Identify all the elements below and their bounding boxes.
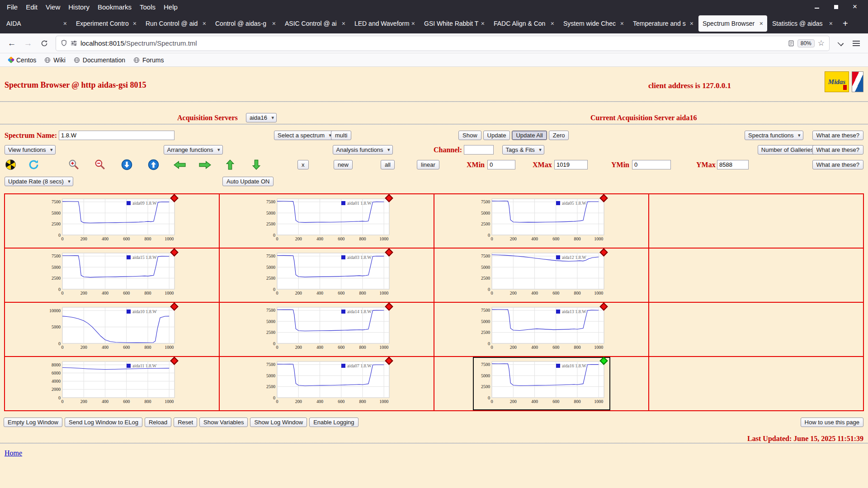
tab-statistics-aidas[interactable]: Statistics @ aidas× xyxy=(768,15,837,32)
tab-close-icon[interactable]: × xyxy=(411,20,415,27)
footer-button-reload[interactable]: Reload xyxy=(145,418,171,427)
show-button[interactable]: Show xyxy=(458,131,481,140)
scroll-up-icon[interactable] xyxy=(148,159,159,170)
update-rate-dropdown[interactable]: Update Rate (8 secs) xyxy=(5,177,73,186)
zoom-level-badge[interactable]: 80% xyxy=(797,39,815,47)
spectrum-chart-aida12[interactable]: 020040060080010000250050007500aida12 1.8… xyxy=(474,249,609,301)
spectrum-chart-aida01[interactable]: 020040060080010000250050007500aida01 1.8… xyxy=(259,195,395,247)
forward-button[interactable]: → xyxy=(21,36,35,51)
what-are-these-button-1[interactable]: What are these? xyxy=(812,131,863,140)
channel-input[interactable] xyxy=(464,145,494,155)
acquisition-server-dropdown[interactable]: aida16 xyxy=(246,113,277,122)
refresh-icon[interactable] xyxy=(28,159,39,170)
tab-asic-control-ai[interactable]: ASIC Control @ ai× xyxy=(281,15,349,32)
spectrum-chart-aida07[interactable]: 020040060080010000250050007500aida07 1.8… xyxy=(259,358,395,409)
menubar-item-bookmarks[interactable]: Bookmarks xyxy=(94,2,136,12)
tab-close-icon[interactable]: × xyxy=(481,20,485,27)
tags-fits-dropdown[interactable]: Tags & Fits xyxy=(502,145,544,155)
what-are-these-button-3[interactable]: What are these? xyxy=(812,160,863,169)
zoom-in-icon[interactable] xyxy=(68,159,80,171)
update-button[interactable]: Update xyxy=(483,131,510,140)
update-all-button[interactable]: Update All xyxy=(512,131,547,140)
tab-system-wide-chec[interactable]: System wide Chec× xyxy=(559,15,628,32)
menubar-item-view[interactable]: View xyxy=(42,2,64,12)
footer-button-show-log-window[interactable]: Show Log Window xyxy=(250,418,307,427)
spectrum-chart-aida03[interactable]: 020040060080010000250050007500aida03 1.8… xyxy=(259,249,395,301)
arrow-up-icon[interactable] xyxy=(226,160,234,170)
window-minimize-button[interactable] xyxy=(814,4,820,10)
footer-button-enable-logging[interactable]: Enable Logging xyxy=(309,418,358,427)
zero-button[interactable]: Zero xyxy=(549,131,569,140)
tab-close-icon[interactable]: × xyxy=(760,20,763,27)
arrow-left-icon[interactable] xyxy=(174,161,186,169)
tab-aida[interactable]: AIDA× xyxy=(2,15,71,32)
url-bar[interactable]: localhost:8015/Spectrum/Spectrum.tml 80%… xyxy=(56,36,829,51)
bookmark-forums[interactable]: Forums xyxy=(129,56,168,65)
app-menu-icon[interactable] xyxy=(853,41,860,46)
tab-temperature-and-s[interactable]: Temperature and s× xyxy=(629,15,698,32)
footer-button-empty-log-window[interactable]: Empty Log Window xyxy=(4,418,62,427)
permissions-sliders-icon[interactable] xyxy=(71,40,77,47)
arrow-down-icon[interactable] xyxy=(252,160,260,170)
auto-update-button[interactable]: Auto Update ON xyxy=(222,177,274,186)
window-maximize-button[interactable] xyxy=(833,4,839,10)
new-tab-button[interactable]: + xyxy=(837,19,854,29)
spectrum-name-input[interactable] xyxy=(59,131,175,140)
spectrum-chart-aida16[interactable]: 020040060080010000250050007500aida16 1.8… xyxy=(474,358,609,409)
menubar-item-tools[interactable]: Tools xyxy=(136,2,160,12)
select-spectrum-dropdown[interactable]: Select a spectrum xyxy=(274,131,334,140)
footer-button-show-variables[interactable]: Show Variables xyxy=(199,418,248,427)
bookmark-star-icon[interactable]: ☆ xyxy=(818,38,825,48)
tab-close-icon[interactable]: × xyxy=(272,20,276,27)
how-to-use-button[interactable]: How to use this page xyxy=(801,418,863,427)
bookmark-centos[interactable]: Centos xyxy=(5,56,40,65)
xmax-input[interactable] xyxy=(554,160,588,169)
extension-icon[interactable] xyxy=(836,39,844,47)
shield-icon[interactable] xyxy=(61,40,67,47)
spectra-functions-dropdown[interactable]: Spectra functions xyxy=(745,131,803,140)
linear-button[interactable]: linear xyxy=(417,160,439,169)
footer-button-send-log-window-to-elog[interactable]: Send Log Window to ELog xyxy=(65,418,142,427)
midas-logo[interactable]: Midas xyxy=(825,71,849,92)
tab-control-aidas-g[interactable]: Control @ aidas-g× xyxy=(211,15,280,32)
tab-close-icon[interactable]: × xyxy=(133,20,137,27)
arrange-functions-dropdown[interactable]: Arrange functions xyxy=(164,145,223,155)
menubar-item-edit[interactable]: Edit xyxy=(22,2,42,12)
x-button[interactable]: x xyxy=(297,160,309,169)
ymax-input[interactable] xyxy=(717,160,749,169)
tab-close-icon[interactable]: × xyxy=(63,20,67,27)
new-button[interactable]: new xyxy=(334,160,353,169)
menubar-item-file[interactable]: File xyxy=(3,2,22,12)
spectrum-chart-aida13[interactable]: 020040060080010000250050007500aida13 1.8… xyxy=(474,304,609,355)
home-link[interactable]: Home xyxy=(5,449,22,457)
spectrum-chart-aida15[interactable]: 020040060080010000250050007500aida15 1.8… xyxy=(44,249,180,301)
spectrum-chart-aida11[interactable]: 0200400600800100002000400060008000aida11… xyxy=(44,358,180,409)
tab-close-icon[interactable]: × xyxy=(551,20,554,27)
spectrum-chart-aida05[interactable]: 020040060080010000250050007500aida05 1.8… xyxy=(474,195,609,247)
footer-button-reset[interactable]: Reset xyxy=(174,418,197,427)
what-are-these-button-2[interactable]: What are these? xyxy=(812,145,863,155)
spectrum-chart-aida09[interactable]: 020040060080010000250050007500aida09 1.8… xyxy=(44,195,180,247)
tab-led-and-waveform[interactable]: LED and Waveform× xyxy=(350,15,419,32)
menubar-item-history[interactable]: History xyxy=(64,2,94,12)
ymin-input[interactable] xyxy=(632,160,671,169)
tab-spectrum-browser[interactable]: Spectrum Browser× xyxy=(698,15,767,32)
tab-close-icon[interactable]: × xyxy=(829,20,833,27)
back-button[interactable]: ← xyxy=(5,36,19,51)
spectrum-chart-aida14[interactable]: 020040060080010000250050007500aida14 1.8… xyxy=(259,304,395,355)
facility-logo[interactable] xyxy=(852,71,863,92)
bookmark-wiki[interactable]: Wiki xyxy=(40,56,69,65)
zoom-out-icon[interactable] xyxy=(94,159,106,171)
radiation-icon[interactable] xyxy=(5,160,16,170)
reload-button[interactable] xyxy=(37,36,52,51)
arrow-right-icon[interactable] xyxy=(199,161,211,169)
tab-close-icon[interactable]: × xyxy=(620,20,624,27)
tab-close-icon[interactable]: × xyxy=(342,20,345,27)
tab-experiment-contro[interactable]: Experiment Contro× xyxy=(72,15,141,32)
xmin-input[interactable] xyxy=(487,160,515,169)
window-close-button[interactable]: × xyxy=(852,4,858,10)
tab-fadc-align-con[interactable]: FADC Align & Con× xyxy=(490,15,558,32)
tab-close-icon[interactable]: × xyxy=(203,20,206,27)
spectrum-chart-aida10[interactable]: 020040060080010000500010000aida10 1.8.W xyxy=(44,304,180,355)
multi-button[interactable]: multi xyxy=(331,131,351,140)
